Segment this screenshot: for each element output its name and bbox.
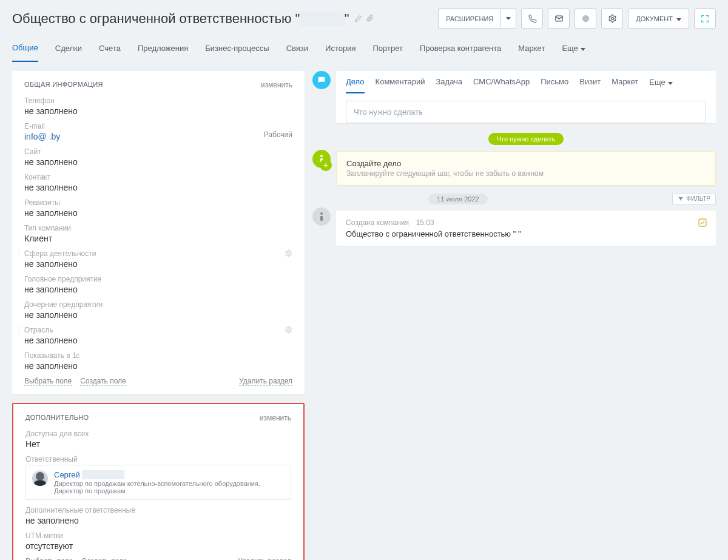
svg-point-1 [582,15,589,22]
plus-icon[interactable]: + [320,159,332,171]
svg-rect-11 [320,216,323,221]
panel-title: ОБЩАЯ ИНФОРМАЦИЯ [24,81,103,89]
field-industry[interactable]: ⋮⋮ Отрасль не заполнено [24,326,292,345]
field-scope[interactable]: ⋮⋮ Сфера деятельности не заполнено [24,249,292,269]
tab-processes[interactable]: Бизнес-процессы [205,37,269,62]
extensions-button-group[interactable]: РАСШИРЕНИЯ [438,8,516,29]
panel-edit-link[interactable]: изменить [261,81,292,89]
field-head-enterprise[interactable]: Головное предприятие не заполнено [24,275,292,294]
extensions-button[interactable]: РАСШИРЕНИЯ [438,8,500,29]
gear-icon[interactable] [285,326,292,334]
chat-button[interactable] [575,8,596,29]
select-field-link[interactable]: Выбрать поле [24,377,72,386]
event-title: Создана компания [346,218,409,227]
tab-market[interactable]: Маркет [518,37,545,62]
svg-point-2 [611,18,613,20]
email-link[interactable]: info@ .by [24,132,292,141]
extensions-dropdown[interactable] [500,8,516,29]
event-card: Создана компания 15:03 Общество с ограни… [336,211,716,246]
panel-title: ДОПОЛНИТЕЛЬНО [25,414,89,422]
svg-point-10 [320,212,323,215]
svg-point-4 [288,329,289,331]
responsible-name[interactable]: Сергей XXXXXXXX [54,470,285,479]
field-company-type[interactable]: Тип компании Клиент [24,224,292,243]
tab-more[interactable]: Еще [562,37,585,62]
create-delo-card[interactable]: + Создайте дело Запланируйте следующий ш… [336,151,716,186]
comment-bubble-icon[interactable] [312,71,331,89]
drag-handle-icon[interactable]: ⋮⋮ [16,249,28,256]
email-tag: Рабочий [264,130,292,139]
filter-button[interactable]: ФИЛЬТР [672,193,716,204]
event-text: Общество с ограниченной ответственностью… [346,229,706,238]
tab-offers[interactable]: Предложения [138,37,188,62]
tab-check[interactable]: Проверка контрагента [420,37,501,62]
feed-panel: Дело Комментарий Задача СМС/WhatsApp Пис… [336,71,716,123]
fullscreen-button[interactable] [694,8,716,29]
field-responsible: Ответственный Сергей XXXXXXXX Директор п… [25,455,291,500]
drag-handle-icon[interactable]: ⋮⋮ [16,326,28,332]
panel-edit-link[interactable]: изменить [260,414,291,422]
create-delo-sub: Запланируйте следующий шаг, чтобы не заб… [346,169,706,178]
feed-tab-letter[interactable]: Письмо [541,77,568,93]
feed-tab-visit[interactable]: Визит [579,77,601,93]
field-subsidiaries[interactable]: Дочерние предприятия не заполнено [24,300,292,320]
edit-title-icon[interactable] [354,15,362,22]
feed-tab-delo[interactable]: Дело [346,77,365,93]
field-contact[interactable]: Контакт не заполнено [24,173,292,192]
create-delo-title: Создайте дело [346,159,706,168]
tab-portrait[interactable]: Портрет [372,37,402,62]
gear-icon[interactable] [285,249,292,257]
feed-tab-market[interactable]: Маркет [612,77,638,93]
chevron-down-icon [676,15,681,22]
main-tabs: Общие Сделки Счета Предложения Бизнес-пр… [0,37,728,62]
svg-point-3 [288,252,289,254]
settings-button[interactable] [601,8,623,29]
field-utm[interactable]: UTM-метки отсутствуют [25,531,291,551]
feed-tab-comment[interactable]: Комментарий [376,77,425,93]
create-field-link[interactable]: Создать поле [80,377,126,386]
field-available[interactable]: Доступна для всех Нет [25,430,291,449]
feed-tabs: Дело Комментарий Задача СМС/WhatsApp Пис… [336,71,716,93]
select-field-link[interactable]: Выбрать поле [25,557,73,560]
feed-tab-task[interactable]: Задача [436,77,462,93]
tab-deals[interactable]: Сделки [55,37,82,62]
feed-input[interactable]: Что нужно сделать [346,101,706,123]
chevron-down-icon [668,78,673,87]
page-title-wrap: Общество с ограниченной ответственностью… [12,11,374,27]
document-button[interactable]: ДОКУМЕНТ [628,8,689,29]
panel-general-info: ОБЩАЯ ИНФОРМАЦИЯ изменить Телефон не зап… [12,71,305,394]
todo-pill: Что нужно сделать [488,133,564,145]
date-pill: 11 июля 2022 [428,194,487,204]
tab-invoices[interactable]: Счета [99,37,121,62]
responsible-role: Директор по продажам котельно-вспомогате… [54,480,285,494]
tab-history[interactable]: История [325,37,356,62]
delete-section-link[interactable]: Удалить раздел [238,557,291,560]
tab-general[interactable]: Общие [12,37,38,62]
info-grey-icon [312,207,331,226]
mail-button[interactable] [548,8,570,29]
delete-section-link[interactable]: Удалить раздел [239,377,292,386]
field-email[interactable]: E-mail info@ .by Рабочий [24,122,292,141]
event-time: 15:03 [416,218,434,227]
field-phone[interactable]: Телефон не заполнено [24,96,292,116]
call-button[interactable] [521,8,543,29]
create-field-link[interactable]: Создать поле [81,557,127,560]
tab-links[interactable]: Связи [286,37,308,62]
chevron-down-icon [581,44,585,53]
field-show-1c[interactable]: Показывать в 1с не заполнено [24,351,292,371]
avatar [32,470,48,486]
check-icon[interactable] [698,218,707,228]
svg-point-8 [320,155,323,157]
field-requisites[interactable]: Реквизиты не заполнено [24,198,292,218]
feed-tab-sms[interactable]: СМС/WhatsApp [473,77,530,93]
attach-icon[interactable] [366,15,374,22]
field-additional-responsible[interactable]: Дополнительные ответственные не заполнен… [25,506,291,525]
feed-tab-more[interactable]: Еще [649,77,672,93]
field-site[interactable]: Сайт не заполнено [24,147,292,167]
panel-additional: ДОПОЛНИТЕЛЬНО изменить Доступна для всех… [12,403,305,560]
responsible-user-chip[interactable]: Сергей XXXXXXXX Директор по продажам кот… [25,465,291,500]
page-title: Общество с ограниченной ответственностью… [12,11,349,27]
